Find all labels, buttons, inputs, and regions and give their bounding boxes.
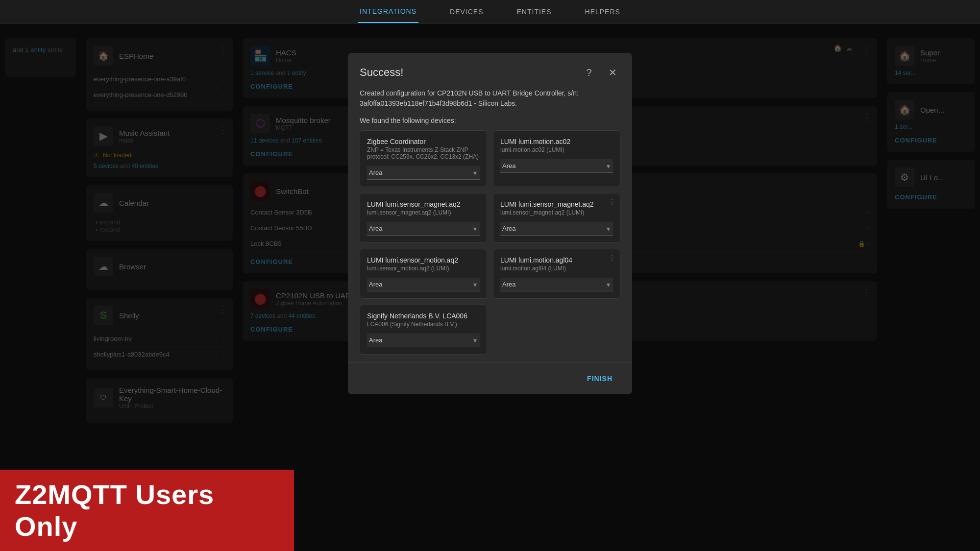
finish-button[interactable]: FINISH (579, 371, 620, 386)
device-area-select-2[interactable]: Area (367, 222, 480, 236)
dialog-help-button[interactable]: ? (581, 65, 597, 80)
device-model-3: lumi.sensor_magnet.aq2 (LUMI) (500, 209, 613, 216)
device-card-2: LUMI lumi.sensor_magnet.aq2 lumi.sensor_… (360, 193, 487, 243)
dialog-subtitle: We found the following devices: (348, 117, 632, 130)
device-name-2: LUMI lumi.sensor_magnet.aq2 (367, 200, 480, 208)
device-card-1: LUMI lumi.motion.ac02 lumi.motion.ac02 (… (493, 130, 620, 187)
device-model-2: lumi.sensor_magnet.aq2 (LUMI) (367, 209, 480, 216)
devices-grid: Zigbee Coordinator ZNP = Texas Instrumen… (360, 130, 620, 362)
dialog-description: Created configuration for CP2102N USB to… (348, 88, 632, 117)
dialog-header: Success! ? ✕ (348, 53, 632, 88)
top-navigation: Integrations Devices Entities Helpers (0, 0, 980, 24)
device-card-3: LUMI lumi.sensor_magnet.aq2 lumi.sensor_… (493, 193, 620, 243)
nav-entities[interactable]: Entities (515, 1, 554, 23)
device-name-1: LUMI lumi.motion.ac02 (500, 138, 613, 145)
device-model-4: lumi.sensor_motion.aq2 (LUMI) (367, 265, 480, 272)
device-area-select-1[interactable]: Area (500, 159, 613, 173)
dialog-header-icons: ? ✕ (581, 65, 620, 80)
device-area-wrapper-1: Area (500, 159, 613, 173)
dialog-footer: FINISH (348, 362, 632, 394)
device-name-5: LUMI lumi.motion.agl04 (500, 256, 613, 264)
banner-text: Z2MQTT Users Only (15, 479, 279, 542)
dialog-body: Zigbee Coordinator ZNP = Texas Instrumen… (348, 130, 632, 362)
device-area-select-4[interactable]: Area (367, 278, 480, 291)
device-area-wrapper-2: Area (367, 222, 480, 236)
success-dialog: Success! ? ✕ Created configuration for C… (348, 53, 632, 394)
device-name-6: Signify Netherlands B.V. LCA006 (367, 312, 480, 320)
dialog-close-button[interactable]: ✕ (605, 65, 620, 80)
device-area-select-0[interactable]: Area (367, 166, 480, 180)
device-card-0: Zigbee Coordinator ZNP = Texas Instrumen… (360, 130, 487, 187)
device-3-menu[interactable]: ⋮ (608, 197, 616, 207)
device-area-wrapper-5: Area (500, 278, 613, 291)
nav-helpers[interactable]: Helpers (583, 1, 622, 23)
device-name-4: LUMI lumi.sensor_motion.aq2 (367, 256, 480, 264)
device-area-wrapper-0: Area (367, 166, 480, 180)
device-area-wrapper-3: Area (500, 222, 613, 236)
device-model-5: lumi.motion.agl04 (LUMI) (500, 265, 613, 272)
nav-devices[interactable]: Devices (448, 1, 485, 23)
device-name-3: LUMI lumi.sensor_magnet.aq2 (500, 200, 613, 208)
dialog-title: Success! (360, 66, 403, 79)
device-area-select-5[interactable]: Area (500, 278, 613, 291)
device-model-1: lumi.motion.ac02 (LUMI) (500, 146, 613, 153)
device-5-menu[interactable]: ⋮ (608, 253, 616, 263)
device-card-6: Signify Netherlands B.V. LCA006 LCA006 (… (360, 305, 487, 355)
device-card-4: LUMI lumi.sensor_motion.aq2 lumi.sensor_… (360, 249, 487, 299)
device-model-0: ZNP = Texas Instruments Z-Stack ZNP prot… (367, 146, 480, 160)
device-card-5: LUMI lumi.motion.agl04 lumi.motion.agl04… (493, 249, 620, 299)
device-model-6: LCA006 (Signify Netherlands B.V.) (367, 321, 480, 328)
bottom-banner: Z2MQTT Users Only (0, 470, 294, 551)
nav-integrations[interactable]: Integrations (358, 0, 418, 23)
device-area-wrapper-4: Area (367, 278, 480, 291)
device-area-wrapper-6: Area (367, 334, 480, 347)
device-name-0: Zigbee Coordinator (367, 138, 480, 145)
device-area-select-6[interactable]: Area (367, 334, 480, 347)
device-area-select-3[interactable]: Area (500, 222, 613, 236)
